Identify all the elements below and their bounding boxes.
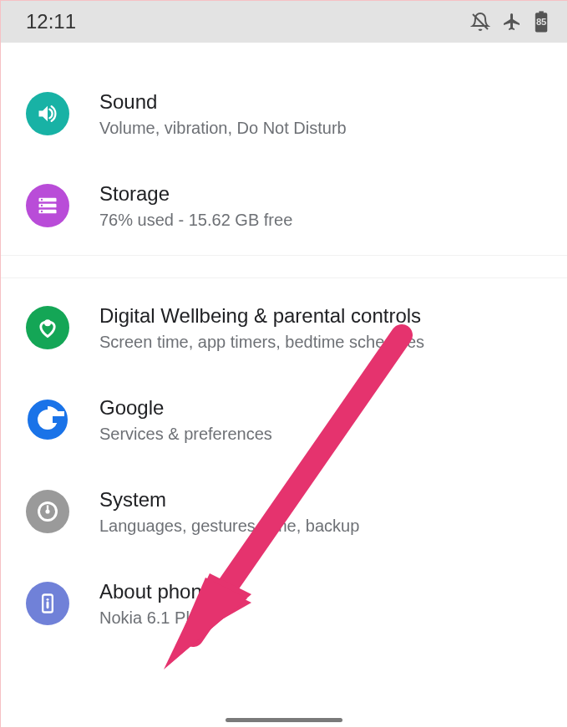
settings-item-title: Google: [99, 395, 549, 420]
settings-item-sound[interactable]: Sound Volume, vibration, Do Not Disturb: [1, 68, 567, 160]
settings-item-title: Storage: [99, 181, 549, 206]
settings-item-title: System: [99, 486, 549, 512]
status-icons: 85: [470, 11, 549, 33]
settings-item-subtitle: Screen time, app timers, bedtime schedul…: [99, 331, 549, 353]
storage-icon: [26, 184, 69, 227]
status-time: 12:11: [26, 10, 76, 33]
settings-item-wellbeing[interactable]: Digital Wellbeing & parental controls Sc…: [1, 282, 567, 374]
settings-item-title: About phone: [99, 578, 549, 604]
settings-item-subtitle: 76% used - 15.62 GB free: [99, 209, 549, 231]
settings-item-title: Sound: [99, 89, 549, 115]
settings-item-text: Digital Wellbeing & parental controls Sc…: [99, 303, 549, 352]
settings-item-text: Storage 76% used - 15.62 GB free: [99, 181, 549, 230]
svg-point-7: [41, 205, 43, 206]
settings-item-google[interactable]: Google Services & preferences: [1, 374, 567, 466]
battery-level-label: 85: [534, 17, 549, 27]
battery-icon: 85: [534, 11, 549, 33]
settings-screen: 12:11 85: [1, 1, 567, 727]
settings-item-storage[interactable]: Storage 76% used - 15.62 GB free: [1, 160, 567, 252]
settings-item-subtitle: Services & preferences: [99, 423, 549, 445]
settings-item-text: About phone Nokia 6.1 Plus: [99, 578, 549, 628]
section-divider: [1, 255, 567, 278]
status-bar: 12:11 85: [1, 1, 567, 43]
dnd-bell-off-icon: [470, 12, 490, 32]
settings-item-text: Sound Volume, vibration, Do Not Disturb: [99, 89, 549, 138]
nav-handle[interactable]: [226, 718, 342, 722]
volume-icon: [26, 92, 69, 135]
google-icon: [26, 398, 69, 441]
svg-rect-20: [47, 505, 48, 510]
svg-rect-17: [46, 416, 53, 423]
system-icon: [26, 490, 69, 533]
settings-item-text: Google Services & preferences: [99, 395, 549, 444]
svg-point-6: [41, 199, 43, 201]
settings-item-system[interactable]: System Languages, gestures, time, backup: [1, 466, 567, 557]
wellbeing-icon: [26, 306, 69, 349]
settings-item-text: System Languages, gestures, time, backup: [99, 486, 549, 536]
airplane-mode-icon: [502, 12, 522, 32]
settings-item-about-phone[interactable]: About phone Nokia 6.1 Plus: [1, 557, 567, 649]
settings-item-subtitle: Volume, vibration, Do Not Disturb: [99, 117, 549, 139]
settings-item-subtitle: Languages, gestures, time, backup: [99, 515, 549, 537]
settings-item-subtitle: Nokia 6.1 Plus: [99, 607, 549, 629]
svg-point-8: [41, 211, 43, 212]
about-phone-icon: [26, 582, 69, 625]
settings-list[interactable]: Sound Volume, vibration, Do Not Disturb …: [1, 43, 567, 649]
settings-item-title: Digital Wellbeing & parental controls: [99, 303, 549, 328]
